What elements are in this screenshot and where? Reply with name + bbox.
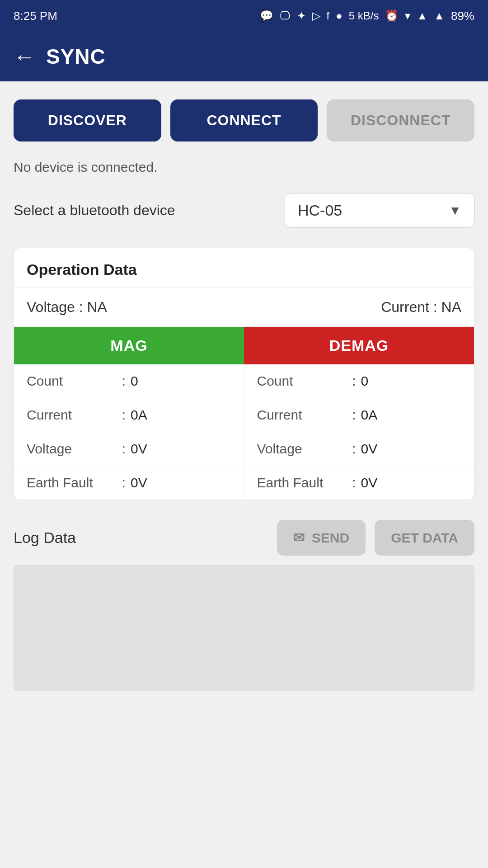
data-table: Count : 0 Current : 0A Voltage : 0V Eart… — [14, 364, 474, 500]
mag-column: Count : 0 Current : 0A Voltage : 0V Eart… — [14, 364, 244, 500]
mag-earthfault-row: Earth Fault : 0V — [14, 466, 244, 500]
demag-count-row: Count : 0 — [244, 364, 474, 398]
alarm-icon: ⏰ — [385, 9, 399, 22]
signal2-icon: ▲ — [434, 9, 445, 22]
get-data-button[interactable]: GET DATA — [375, 520, 474, 556]
cast-icon: ✦ — [297, 9, 306, 22]
demag-earthfault-colon: : — [347, 475, 361, 491]
mag-count-row: Count : 0 — [14, 364, 244, 398]
discover-button[interactable]: DISCOVER — [14, 99, 161, 142]
mag-demag-header: MAG DEMAG — [14, 327, 474, 364]
demag-count-label: Count — [257, 373, 347, 389]
speed-indicator: 5 kB/s — [349, 9, 379, 22]
bluetooth-selected-device: HC-05 — [298, 202, 342, 219]
mag-earthfault-label: Earth Fault — [27, 475, 117, 491]
demag-count-colon: : — [347, 373, 361, 389]
demag-earthfault-label: Earth Fault — [257, 475, 347, 491]
demag-current-label: Current — [257, 407, 347, 423]
demag-current-row: Current : 0A — [244, 398, 474, 432]
mag-earthfault-colon: : — [117, 475, 131, 491]
current-display: Current : NA — [381, 299, 461, 316]
bluetooth-label: Select a bluetooth device — [14, 202, 175, 219]
mag-earthfault-value: 0V — [131, 475, 147, 491]
signal-icon: ▲ — [417, 9, 427, 22]
dot-icon: ● — [336, 9, 343, 22]
bluetooth-selector-row: Select a bluetooth device HC-05 ▼ — [14, 193, 474, 228]
demag-voltage-colon: : — [347, 441, 361, 457]
mag-current-value: 0A — [131, 407, 147, 423]
voltage-display: Voltage : NA — [27, 299, 107, 316]
log-action-buttons: ✉ SEND GET DATA — [277, 520, 474, 556]
main-content: DISCOVER CONNECT DISCONNECT No device is… — [0, 81, 488, 868]
back-button[interactable]: ← — [14, 44, 35, 69]
demag-earthfault-value: 0V — [361, 475, 378, 491]
log-area — [14, 565, 474, 691]
demag-earthfault-row: Earth Fault : 0V — [244, 466, 474, 500]
status-time: 8:25 PM — [14, 9, 57, 23]
connection-status: No device is connected. — [14, 160, 474, 175]
mag-current-label: Current — [27, 407, 117, 423]
operation-card-title: Operation Data — [14, 248, 474, 288]
battery-level: 89% — [451, 9, 474, 23]
send-label: SEND — [312, 530, 349, 546]
status-icons: 💬 🖵 ✦ ▷ f ● 5 kB/s ⏰ ▾ ▲ ▲ 89% — [260, 9, 474, 23]
mag-current-colon: : — [117, 407, 131, 423]
action-buttons-row: DISCOVER CONNECT DISCONNECT — [14, 99, 474, 142]
connect-button[interactable]: CONNECT — [170, 99, 318, 142]
mag-voltage-value: 0V — [131, 441, 147, 457]
disconnect-button[interactable]: DISCONNECT — [327, 99, 474, 142]
email-icon: ✉ — [293, 530, 305, 546]
demag-column: Count : 0 Current : 0A Voltage : 0V Eart… — [244, 364, 474, 500]
demag-header: DEMAG — [244, 327, 474, 364]
mag-header: MAG — [14, 327, 244, 364]
app-bar: ← SYNC — [0, 32, 488, 81]
video-icon: ▷ — [312, 9, 320, 22]
page-title: SYNC — [46, 44, 106, 69]
mag-current-row: Current : 0A — [14, 398, 244, 432]
chevron-down-icon: ▼ — [449, 203, 461, 218]
status-bar: 8:25 PM 💬 🖵 ✦ ▷ f ● 5 kB/s ⏰ ▾ ▲ ▲ 89% — [0, 0, 488, 32]
demag-voltage-value: 0V — [361, 441, 378, 457]
send-button[interactable]: ✉ SEND — [277, 520, 366, 556]
mag-voltage-label: Voltage — [27, 441, 117, 457]
mag-voltage-colon: : — [117, 441, 131, 457]
wifi-icon: ▾ — [405, 9, 410, 22]
media-icon: 🖵 — [280, 9, 291, 22]
message-icon: 💬 — [260, 9, 273, 22]
demag-count-value: 0 — [361, 373, 369, 389]
demag-current-colon: : — [347, 407, 361, 423]
mag-voltage-row: Voltage : 0V — [14, 432, 244, 466]
mag-count-value: 0 — [131, 373, 138, 389]
operation-data-card: Operation Data Voltage : NA Current : NA… — [14, 248, 474, 500]
mag-count-colon: : — [117, 373, 131, 389]
demag-voltage-row: Voltage : 0V — [244, 432, 474, 466]
log-data-label: Log Data — [14, 529, 76, 547]
mag-count-label: Count — [27, 373, 117, 389]
demag-voltage-label: Voltage — [257, 441, 347, 457]
voltage-current-row: Voltage : NA Current : NA — [14, 288, 474, 327]
facebook-icon: f — [327, 9, 330, 22]
demag-current-value: 0A — [361, 407, 378, 423]
log-data-row: Log Data ✉ SEND GET DATA — [14, 520, 474, 556]
bluetooth-device-select[interactable]: HC-05 ▼ — [285, 193, 474, 228]
